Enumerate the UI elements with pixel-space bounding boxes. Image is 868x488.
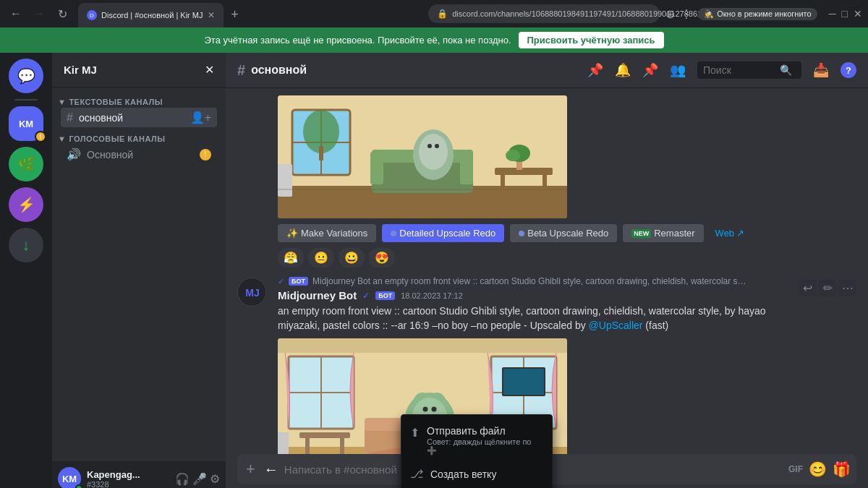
window-controls: ─ □ ✕ [829,8,862,20]
pin2-icon[interactable]: 📌 [642,62,658,78]
channel-item-voice-osnovno[interactable]: 🔊 Основной ! [61,145,217,164]
bell-icon[interactable]: 🔔 [615,62,631,78]
browser-refresh-btn[interactable]: ↻ [52,4,72,24]
server-name-header[interactable]: Kir MJ ✕ [52,53,226,87]
svg-rect-21 [542,175,547,197]
minimize-btn[interactable]: ─ [829,8,836,20]
verified-icon: ✓ [362,291,370,301]
more-options-icon[interactable]: ⋯ [839,279,856,296]
help-icon[interactable]: ? [841,62,856,78]
chat-input-right: GIF 😊 🎁 [788,461,851,478]
search-bar[interactable]: 🔍 [697,61,801,79]
browser-tabs: D Discord | #основной | Kir MJ ✕ + [78,0,422,27]
notification-banner: Эта учётная запись ещё не присвоена. При… [0,27,868,53]
maximize-btn[interactable]: □ [842,8,848,20]
emoji-btn-heart-eyes[interactable]: 😍 [369,248,395,267]
main-content: # основной 📌 🔔 📌 👥 🔍 📥 ? [226,53,868,488]
emoji-btn-input[interactable]: 😊 [809,461,827,478]
user-info: Kapengag... #3328 [87,469,169,489]
emoji-row-1: 😤 😐 😀 😍 [278,248,856,267]
svg-rect-52 [340,438,344,454]
svg-rect-25 [278,164,292,197]
svg-point-17 [427,144,432,148]
new-tab-btn[interactable]: + [225,4,245,25]
members-icon[interactable]: 👥 [670,62,686,78]
headphone-icon[interactable]: 🎧 [175,472,190,486]
react-icon[interactable]: ↩ [799,279,816,296]
category-chevron-icon: ▼ [58,98,66,106]
remaster-btn-1[interactable]: NEW Remaster [623,224,703,242]
channel-list: ▼ ТЕКСТОВЫЕ КАНАЛЫ # основной 👤+ ▼ ГОЛОС… [52,87,226,461]
detailed-upscale-redo-btn[interactable]: Detailed Upscale Redo [382,224,504,242]
emoji-btn-angry[interactable]: 😤 [278,248,304,267]
server-icon-home[interactable]: 💬 [9,59,43,93]
notification-text: Эта учётная запись ещё не присвоена. При… [205,35,511,46]
channel-add-icon[interactable]: 👤+ [190,111,211,124]
text-channels-category: ▼ ТЕКСТОВЫЕ КАНАЛЫ # основной 👤+ [52,93,226,130]
message-actions-2: ↩ ✏ ⋯ [799,279,856,296]
server-icon-green[interactable]: 🌿 [9,147,43,181]
search-icon: 🔍 [780,64,792,76]
tab-close-icon[interactable]: ✕ [208,10,215,20]
category-header-voice[interactable]: ▼ ГОЛОСОВЫЕ КАНАЛЫ [58,134,220,143]
channel-item-osnovno[interactable]: # основной 👤+ [61,108,217,127]
incognito-badge: 🕵 Окно в режиме инкогнито [698,8,817,20]
claim-account-btn[interactable]: Присвоить учётную запись [519,32,664,48]
edit-icon[interactable]: ✏ [819,279,836,296]
category-chevron-voice-icon: ▼ [58,134,66,143]
username: Kapengag... [87,469,169,480]
close-btn[interactable]: ✕ [854,8,862,20]
beta-upscale-redo-btn-1[interactable]: Beta Upscale Redo [510,224,617,242]
browser-extensions: ⊕ ⋮ 🕵 Окно в режиме инкогнито [665,7,817,21]
browser-back-btn[interactable]: ← [6,4,26,24]
user-controls: 🎧 🎤 ⚙ [175,472,220,486]
server-sidebar: 💬 KM ! 🌿 ⚡ ↓ [0,53,52,488]
svg-rect-51 [305,438,310,454]
message-row-1: ✨ Make Variations Detailed Upscale Redo … [237,94,856,272]
svg-point-16 [419,134,448,170]
server-divider [14,99,38,100]
web-btn-1[interactable]: Web ↗ [710,224,751,242]
settings-icon[interactable]: ⚙ [210,472,220,486]
gif-btn[interactable]: GIF [788,464,803,474]
online-status-indicator [75,484,82,488]
make-variations-btn[interactable]: ✨ Make Variations [278,224,376,242]
server-icon-purple[interactable]: ⚡ [9,187,43,222]
svg-rect-20 [501,175,505,197]
inbox-icon[interactable]: 📥 [813,62,829,78]
server-icon-kir-mj[interactable]: KM ! [9,106,43,141]
user-panel: KM Kapengag... #3328 🎧 🎤 ⚙ [52,461,226,488]
upload-icon: ⬆ [410,426,420,440]
server-icon-download[interactable]: ↓ [9,228,43,262]
header-actions: 📌 🔔 📌 👥 🔍 📥 ? [587,61,856,79]
upload-sub: Совет: дважды щёлкните по ➕ [427,437,543,455]
emoji-btn-smile[interactable]: 😀 [339,248,365,267]
context-menu-item-thread[interactable]: ⎇ Создать ветку [401,461,552,487]
tab-title: Discord | #основной | Kir MJ [101,11,203,20]
gift-btn[interactable]: 🎁 [833,461,851,478]
svg-rect-19 [495,168,553,175]
message-avatar-2: MJ [237,278,266,307]
emoji-btn-neutral[interactable]: 😐 [308,248,334,267]
button-row-1: ✨ Make Variations Detailed Upscale Redo … [278,224,856,242]
active-tab[interactable]: D Discord | #основной | Kir MJ ✕ [78,3,224,27]
search-input[interactable] [703,64,775,76]
message-header-2: Midjourney Bot ✓ БОТ 18.02.2023 17:12 [278,289,787,301]
voice-channels-category: ▼ ГОЛОСОВЫЕ КАНАЛЫ 🔊 Основной ! [52,130,226,167]
upload-label: Отправить файл [427,425,543,437]
speaker-icon: 🔊 [67,147,81,161]
category-header-text[interactable]: ▼ ТЕКСТОВЫЕ КАНАЛЫ [58,98,220,106]
add-content-btn[interactable]: + [243,454,258,484]
discord-app: 💬 KM ! 🌿 ⚡ ↓ Kir MJ ✕ ▼ ТЕКСТОВЫЕ КАНАЛЫ… [0,53,868,488]
channel-sidebar: Kir MJ ✕ ▼ ТЕКСТОВЫЕ КАНАЛЫ # основной 👤… [52,53,226,488]
browser-forward-btn[interactable]: → [29,4,49,24]
arrow-icon: ← [264,461,278,478]
svg-point-24 [506,150,520,161]
address-bar[interactable]: 🔒 discord.com/channels/10688801984911974… [428,4,660,23]
microphone-icon[interactable]: 🎤 [192,472,207,486]
context-menu-item-upload[interactable]: ⬆ Отправить файл Совет: дважды щёлкните … [401,419,552,461]
pin-icon[interactable]: 📌 [587,62,603,78]
bot-badge: БОТ [375,291,395,300]
channel-hash-icon: # [237,62,245,79]
voice-notification-badge: ! [200,149,211,160]
